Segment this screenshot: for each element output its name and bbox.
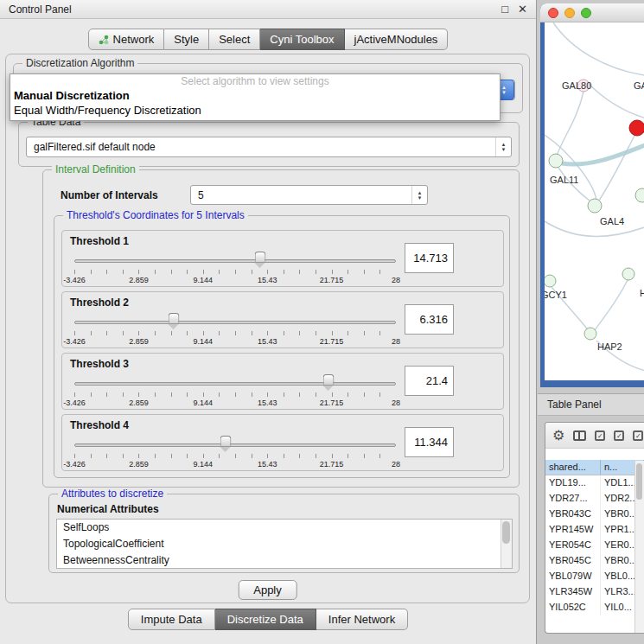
network-node[interactable] (588, 199, 602, 213)
cell-shared-name[interactable]: YPR145W (545, 522, 601, 538)
attributes-group: Attributes to discretize Numerical Attri… (48, 494, 520, 573)
scrollbar-thumb[interactable] (502, 521, 510, 544)
cell-shared-name[interactable]: YBL079W (545, 569, 601, 584)
slider-ticks (74, 331, 396, 335)
threshold-4-slider[interactable]: -3.426 2.859 9.144 15.43 21.715 28 (74, 436, 396, 470)
minimize-traffic-light-icon[interactable] (564, 8, 575, 18)
numerical-attributes-list[interactable]: SelfLoops TopologicalCoefficient Between… (56, 519, 513, 569)
float-window-icon[interactable]: □ (501, 3, 508, 16)
table-row[interactable]: YER054C YER0... (545, 538, 644, 553)
threshold-2-value-field[interactable]: 6.316 (405, 304, 454, 335)
threshold-2-row: Threshold 2 -3.426 2.859 9.144 15.43 21.… (61, 291, 504, 348)
select-check-icon[interactable]: ✓ (595, 430, 605, 441)
columns-icon[interactable] (573, 430, 586, 441)
slider-thumb[interactable] (254, 252, 265, 262)
tab-style[interactable]: Style (164, 29, 209, 50)
cell-shared-name[interactable]: YDL19... (545, 475, 601, 491)
network-node[interactable] (584, 328, 596, 340)
network-node[interactable] (549, 154, 563, 168)
threshold-3-value-field[interactable]: 21.4 (405, 366, 454, 396)
slider-track[interactable] (74, 321, 396, 324)
column-header-shared-name[interactable]: shared... (545, 460, 601, 475)
scale-label: 28 (392, 399, 400, 407)
gear-icon[interactable]: ⚙ (552, 429, 564, 443)
dropdown-option-equal-width-frequency[interactable]: Equal Width/Frequency Discretization (10, 103, 500, 118)
cell-shared-name[interactable]: YLR345W (545, 584, 601, 600)
cell-shared-name[interactable]: YER054C (545, 538, 601, 553)
close-traffic-light-icon[interactable] (548, 8, 558, 18)
network-window-titlebar[interactable] (540, 3, 644, 22)
table-row[interactable]: YPR145W YPR1... (545, 522, 644, 538)
threshold-1-value-field[interactable]: 14.713 (405, 243, 454, 273)
arrow-down-icon: ▼ (501, 90, 507, 95)
slider-track[interactable] (74, 382, 396, 386)
table-data-group: Table Data galFiltered.sif default node … (18, 122, 520, 167)
cell-shared-name[interactable]: YIL052C (545, 600, 601, 615)
number-of-intervals-value: 5 (198, 189, 411, 201)
apply-button[interactable]: Apply (238, 580, 297, 600)
cell-shared-name[interactable]: YBR043C (545, 507, 601, 522)
tab-cyni-toolbox[interactable]: Cyni Toolbox (260, 29, 344, 50)
number-of-intervals-label: Number of Intervals (61, 189, 158, 201)
tab-cyni-toolbox-label: Cyni Toolbox (270, 33, 334, 46)
list-item[interactable]: BetweennessCentrality (57, 552, 512, 569)
slider-ticks (74, 454, 396, 458)
select-check-icon[interactable]: ✓ (633, 430, 643, 441)
node-label: HAP2 (597, 341, 622, 352)
network-node[interactable] (622, 268, 634, 280)
table-scrollbar[interactable] (634, 461, 644, 633)
tab-select[interactable]: Select (209, 29, 260, 50)
table-data-combo-value: galFiltered.sif default node (34, 141, 495, 153)
scale-label: 2.859 (129, 337, 149, 346)
threshold-1-slider[interactable]: -3.426 2.859 9.144 15.43 21.715 28 (74, 252, 396, 286)
cell-shared-name[interactable]: YBR045C (545, 553, 601, 569)
tab-network[interactable]: Network (88, 29, 165, 50)
slider-thumb[interactable] (220, 436, 231, 446)
threshold-2-slider[interactable]: -3.426 2.859 9.144 15.43 21.715 28 (74, 313, 396, 348)
table-row[interactable]: YBR043C YBR0... (545, 507, 644, 522)
slider-thumb[interactable] (169, 313, 180, 323)
list-item[interactable]: SelfLoops (57, 520, 512, 536)
slider-scale: -3.426 2.859 9.144 15.43 21.715 28 (74, 276, 396, 285)
thresholds-group: Threshold's Coordinates for 5 Intervals … (54, 215, 510, 478)
zoom-traffic-light-icon[interactable] (581, 8, 591, 18)
tab-jactivemnodules[interactable]: jActiveMNodules (345, 29, 449, 50)
slider-track[interactable] (74, 259, 396, 263)
table-row[interactable]: YDL19... YDL1... (545, 475, 644, 491)
table-data-combo[interactable]: galFiltered.sif default node ▲ ▼ (26, 137, 512, 157)
scale-label: -3.426 (63, 337, 86, 346)
slider-track[interactable] (74, 443, 396, 447)
combo-stepper-icon[interactable]: ▲ ▼ (411, 186, 427, 204)
numerical-attributes-label: Numerical Attributes (57, 503, 159, 515)
network-node-selected[interactable] (629, 120, 644, 136)
scale-label: 21.715 (320, 460, 344, 469)
network-canvas[interactable]: GAL80 GA GAL11 GAL4 GCY1 HAP2 H (545, 22, 644, 380)
table-row[interactable]: YBR045C YBR0... (545, 553, 644, 569)
network-graph: GAL80 GA GAL11 GAL4 GCY1 HAP2 H (545, 22, 644, 380)
tab-impute-data[interactable]: Impute Data (128, 609, 215, 630)
network-node[interactable] (545, 275, 556, 287)
scale-label: 28 (392, 276, 400, 284)
close-icon[interactable]: ✕ (518, 3, 527, 16)
threshold-4-value-field[interactable]: 11.344 (405, 427, 454, 457)
network-node[interactable] (635, 188, 644, 202)
table-row[interactable]: YLR345W YLR3... (545, 584, 644, 600)
dropdown-option-manual-discretization[interactable]: Manual Discretization (10, 88, 500, 103)
scrollbar-thumb[interactable] (636, 463, 642, 500)
scale-label: 2.859 (129, 399, 149, 407)
list-item[interactable]: TopologicalCoefficient (57, 536, 512, 552)
tab-network-label: Network (113, 33, 155, 46)
select-check-icon[interactable]: ✓ (614, 430, 624, 441)
cell-shared-name[interactable]: YDR27... (545, 491, 601, 507)
threshold-3-slider[interactable]: -3.426 2.859 9.144 15.43 21.715 28 (74, 374, 396, 409)
table-row[interactable]: YBL079W YBL0... (545, 569, 644, 584)
number-of-intervals-combo[interactable]: 5 ▲ ▼ (190, 185, 428, 205)
slider-thumb[interactable] (322, 374, 334, 385)
tab-discretize-data[interactable]: Discretize Data (215, 609, 316, 630)
table-row[interactable]: YIL052C YIL0... (545, 600, 644, 615)
combo-stepper-icon[interactable]: ▲ ▼ (495, 137, 511, 156)
tab-infer-network[interactable]: Infer Network (316, 609, 408, 630)
table-row[interactable]: YDR27... YDR2... (545, 491, 644, 507)
network-icon (99, 35, 109, 45)
list-scrollbar[interactable] (501, 520, 512, 568)
